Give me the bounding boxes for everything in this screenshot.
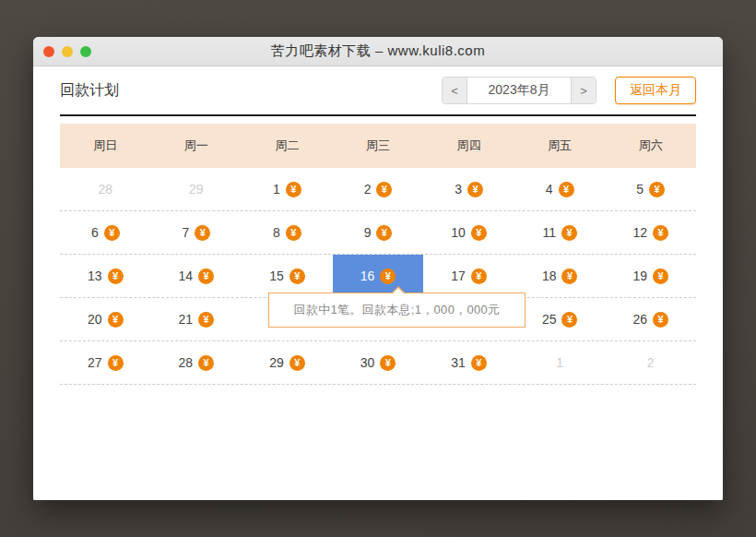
yuan-icon: ¥	[376, 182, 392, 197]
day-number: 6	[91, 225, 99, 240]
header-divider	[60, 114, 696, 116]
yuan-icon: ¥	[289, 355, 305, 371]
page-title: 回款计划	[60, 81, 119, 101]
calendar-day[interactable]: 20¥	[60, 298, 151, 340]
calendar-day-selected[interactable]: 16¥	[333, 255, 424, 297]
day-number: 28	[99, 182, 113, 197]
day-number: 26	[632, 312, 647, 327]
calendar-grid: 28291¥2¥3¥4¥5¥6¥7¥8¥9¥10¥11¥12¥13¥14¥15¥…	[60, 168, 696, 385]
calendar-week-row: 13¥14¥15¥16¥17¥18¥19¥	[60, 255, 696, 298]
calendar-day[interactable]: 9¥	[333, 211, 424, 254]
day-number: 21	[179, 312, 194, 327]
day-number: 10	[451, 225, 466, 240]
day-number: 14	[179, 268, 194, 283]
window-title: 苦力吧素材下载 – www.kuli8.com	[271, 42, 485, 60]
calendar-day[interactable]: 13¥	[60, 255, 151, 297]
yuan-icon: ¥	[649, 182, 665, 197]
day-number: 3	[455, 182, 462, 197]
weekday-label: 周四	[423, 137, 514, 154]
calendar-day[interactable]: 29¥	[242, 341, 333, 384]
minimize-window-button[interactable]	[62, 46, 73, 57]
calendar-day[interactable]: 18¥	[514, 255, 606, 297]
calendar-day[interactable]: 1¥	[242, 168, 333, 210]
day-number: 4	[546, 182, 553, 197]
day-number: 30	[360, 355, 375, 370]
calendar-day[interactable]: 3¥	[423, 168, 514, 210]
day-number: 7	[182, 225, 189, 240]
calendar-day[interactable]: 15¥	[242, 255, 333, 297]
tooltip-arrow-fill	[393, 288, 404, 293]
weekday-label: 周六	[605, 137, 696, 154]
page-header: 回款计划 < 2023年8月 > 返回本月	[60, 66, 696, 114]
yuan-icon: ¥	[471, 355, 487, 371]
month-navigator: < 2023年8月 >	[442, 77, 597, 104]
weekday-label: 周五	[514, 137, 606, 154]
day-number: 11	[542, 225, 556, 240]
window-controls	[43, 37, 91, 66]
day-number: 15	[269, 268, 284, 283]
calendar-day[interactable]: 12¥	[605, 211, 696, 254]
day-number: 29	[189, 182, 204, 197]
calendar-day[interactable]: 31¥	[423, 341, 514, 384]
day-number: 5	[636, 182, 644, 197]
calendar-day-other-month: 29	[151, 168, 242, 210]
calendar-day[interactable]: 26¥	[605, 298, 696, 340]
back-to-current-month-button[interactable]: 返回本月	[615, 77, 696, 104]
yuan-icon: ¥	[376, 225, 392, 241]
day-number: 17	[451, 268, 466, 283]
yuan-icon: ¥	[198, 268, 214, 284]
calendar-day[interactable]: 25¥	[514, 298, 606, 340]
yuan-icon: ¥	[380, 355, 396, 371]
calendar-week-row: 6¥7¥8¥9¥10¥11¥12¥	[60, 211, 696, 255]
yuan-icon: ¥	[471, 268, 487, 284]
calendar-day[interactable]: 10¥	[423, 211, 514, 254]
day-number: 29	[269, 355, 284, 370]
weekday-label: 周日	[60, 137, 151, 154]
day-number: 1	[556, 355, 563, 370]
calendar-day[interactable]: 6¥	[60, 211, 151, 254]
calendar-day-other-month: 2	[605, 341, 696, 384]
yuan-icon: ¥	[467, 182, 483, 197]
yuan-icon: ¥	[653, 225, 668, 241]
calendar-day-other-month: 1	[514, 341, 606, 384]
calendar-day[interactable]: 30¥	[333, 341, 424, 384]
yuan-icon: ¥	[561, 225, 577, 241]
calendar-week-row: 28291¥2¥3¥4¥5¥	[60, 168, 696, 211]
calendar-day[interactable]: 21¥	[151, 298, 242, 340]
next-month-button[interactable]: >	[571, 78, 596, 103]
yuan-icon: ¥	[198, 355, 214, 371]
yuan-icon: ¥	[108, 355, 124, 371]
day-number: 13	[88, 268, 102, 283]
calendar-day[interactable]: 28¥	[151, 341, 242, 384]
yuan-icon: ¥	[286, 225, 301, 241]
yuan-icon: ¥	[561, 312, 577, 328]
day-number: 28	[179, 355, 194, 370]
calendar-day[interactable]: 8¥	[242, 211, 333, 254]
app-window: 苦力吧素材下载 – www.kuli8.com 回款计划 < 2023年8月 >…	[33, 37, 723, 500]
calendar-day[interactable]: 5¥	[605, 168, 696, 210]
calendar-day[interactable]: 19¥	[605, 255, 696, 297]
prev-month-button[interactable]: <	[443, 78, 467, 103]
day-number: 18	[542, 268, 557, 283]
day-number: 9	[364, 225, 372, 240]
calendar-day[interactable]: 11¥	[514, 211, 606, 254]
calendar-day[interactable]: 4¥	[514, 168, 606, 210]
day-number: 20	[88, 312, 102, 327]
calendar-day[interactable]: 2¥	[333, 168, 424, 210]
maximize-window-button[interactable]	[80, 46, 91, 57]
day-number: 27	[88, 355, 102, 370]
day-number: 8	[273, 225, 280, 240]
weekday-label: 周二	[242, 137, 333, 154]
calendar-day[interactable]: 14¥	[151, 255, 242, 297]
yuan-icon: ¥	[198, 312, 214, 328]
close-window-button[interactable]	[43, 46, 54, 57]
calendar-day-other-month: 28	[60, 168, 151, 210]
day-number: 2	[647, 355, 655, 370]
calendar-day[interactable]: 17¥	[423, 255, 514, 297]
calendar-day[interactable]: 7¥	[151, 211, 242, 254]
calendar-day[interactable]: 27¥	[60, 341, 151, 384]
yuan-icon: ¥	[653, 268, 668, 284]
tooltip-text: 回款中1笔。回款本息;1，000，000元	[294, 302, 501, 318]
yuan-icon: ¥	[195, 225, 210, 241]
yuan-icon: ¥	[289, 268, 305, 284]
